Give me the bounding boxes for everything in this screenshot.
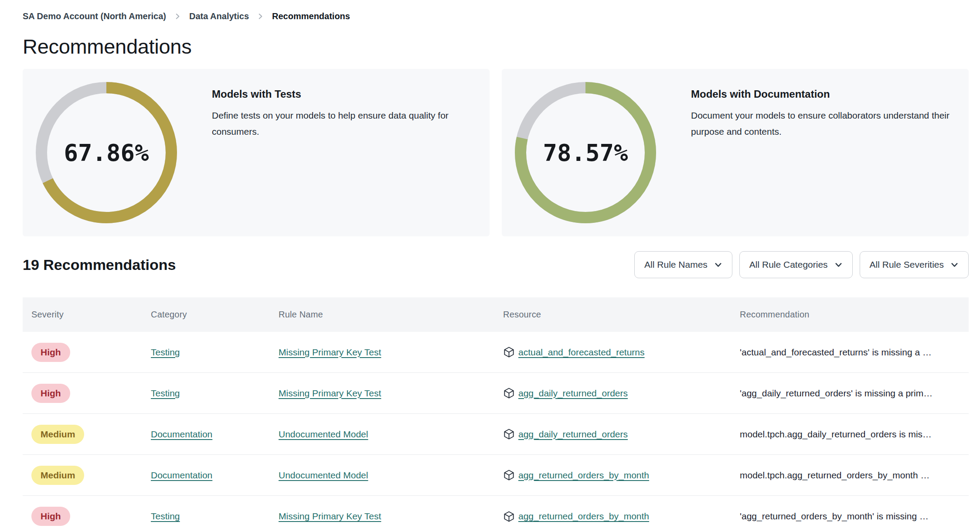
model-cube-icon — [503, 469, 515, 481]
header-resource: Resource — [503, 310, 740, 320]
models-with-tests-card: 67.86% Models with Tests Define tests on… — [23, 69, 490, 236]
recommendation-text: 'agg_daily_returned_orders' is missing a… — [740, 388, 969, 399]
table-row: Medium Documentation Undocumented Model … — [23, 414, 969, 455]
table-row: Medium Documentation Undocumented Model … — [23, 455, 969, 496]
severity-badge: High — [31, 343, 70, 362]
resource-link[interactable]: actual_and_forecasted_returns — [503, 346, 645, 358]
resource-name: agg_daily_returned_orders — [518, 429, 628, 440]
rule-name-link[interactable]: Undocumented Model — [279, 470, 368, 480]
recommendations-table: Severity Category Rule Name Resource Rec… — [23, 297, 969, 532]
page-title: Recommendations — [23, 34, 969, 58]
model-cube-icon — [503, 387, 515, 399]
documentation-donut-chart: 78.57% — [515, 82, 656, 223]
models-with-documentation-card: 78.57% Models with Documentation Documen… — [502, 69, 969, 236]
rule-severities-filter-dropdown[interactable]: All Rule Severities — [860, 251, 969, 278]
filter-label: All Rule Categories — [749, 259, 828, 270]
recommendations-count: 19 Recommendations — [23, 256, 176, 273]
metric-cards: 67.86% Models with Tests Define tests on… — [23, 69, 969, 236]
rule-name-link[interactable]: Missing Primary Key Test — [279, 511, 381, 521]
recommendations-page: SA Demo Account (North America) Data Ana… — [0, 0, 980, 532]
model-cube-icon — [503, 511, 515, 522]
header-recommendation: Recommendation — [740, 310, 969, 320]
rule-name-link[interactable]: Undocumented Model — [279, 429, 368, 439]
table-row: High Testing Missing Primary Key Test ac… — [23, 332, 969, 373]
resource-link[interactable]: agg_daily_returned_orders — [503, 428, 628, 440]
documentation-percent-label: 78.57% — [515, 82, 656, 223]
chevron-right-icon — [257, 13, 264, 20]
header-category: Category — [151, 310, 279, 320]
resource-name: agg_returned_orders_by_month — [518, 470, 649, 481]
recommendation-text: 'agg_returned_orders_by_month' is missin… — [740, 511, 969, 522]
table-row: High Testing Missing Primary Key Test ag… — [23, 373, 969, 414]
severity-badge: High — [31, 507, 70, 526]
filter-label: All Rule Names — [644, 259, 708, 270]
tests-donut-chart: 67.86% — [36, 82, 177, 223]
recommendation-text: model.tpch.agg_returned_orders_by_month … — [740, 470, 969, 481]
recommendation-text: model.tpch.agg_daily_returned_orders is … — [740, 429, 969, 440]
list-header: 19 Recommendations All Rule Names All Ru… — [23, 251, 969, 278]
breadcrumb-account-link[interactable]: SA Demo Account (North America) — [23, 11, 166, 21]
severity-badge: High — [31, 384, 70, 403]
recommendation-text: 'actual_and_forecasted_returns' is missi… — [740, 347, 969, 358]
card-text: Models with Documentation Document your … — [691, 88, 969, 140]
rule-categories-filter-dropdown[interactable]: All Rule Categories — [739, 251, 853, 278]
resource-name: actual_and_forecasted_returns — [518, 347, 645, 358]
model-cube-icon — [503, 346, 515, 358]
rule-name-link[interactable]: Missing Primary Key Test — [279, 388, 381, 398]
filter-label: All Rule Severities — [870, 259, 944, 270]
card-description: Define tests on your models to help ensu… — [212, 107, 490, 140]
breadcrumb-current: Recommendations — [272, 11, 350, 21]
chevron-down-icon — [714, 261, 722, 269]
chevron-down-icon — [834, 261, 843, 269]
breadcrumb-project-link[interactable]: Data Analytics — [189, 11, 249, 21]
rule-names-filter-dropdown[interactable]: All Rule Names — [634, 251, 732, 278]
resource-name: agg_daily_returned_orders — [518, 388, 628, 399]
resource-link[interactable]: agg_returned_orders_by_month — [503, 469, 649, 481]
category-link[interactable]: Testing — [151, 511, 180, 521]
chevron-down-icon — [950, 261, 959, 269]
tests-percent-label: 67.86% — [36, 82, 177, 223]
card-text: Models with Tests Define tests on your m… — [212, 88, 490, 140]
chevron-right-icon — [174, 13, 181, 20]
resource-link[interactable]: agg_daily_returned_orders — [503, 387, 628, 399]
header-rule-name: Rule Name — [279, 310, 503, 320]
card-title: Models with Documentation — [691, 88, 969, 100]
resource-link[interactable]: agg_returned_orders_by_month — [503, 511, 649, 522]
category-link[interactable]: Documentation — [151, 429, 212, 439]
category-link[interactable]: Documentation — [151, 470, 212, 480]
table-header: Severity Category Rule Name Resource Rec… — [23, 297, 969, 332]
severity-badge: Medium — [31, 466, 84, 485]
category-link[interactable]: Testing — [151, 388, 180, 398]
card-title: Models with Tests — [212, 88, 490, 100]
category-link[interactable]: Testing — [151, 347, 180, 357]
card-description: Document your models to ensure collabora… — [691, 107, 969, 140]
severity-badge: Medium — [31, 425, 84, 444]
resource-name: agg_returned_orders_by_month — [518, 511, 649, 522]
header-severity: Severity — [31, 310, 151, 320]
breadcrumb: SA Demo Account (North America) Data Ana… — [23, 0, 969, 21]
table-row: High Testing Missing Primary Key Test ag… — [23, 496, 969, 532]
filter-bar: All Rule Names All Rule Categories All R… — [634, 251, 969, 278]
rule-name-link[interactable]: Missing Primary Key Test — [279, 347, 381, 357]
model-cube-icon — [503, 428, 515, 440]
